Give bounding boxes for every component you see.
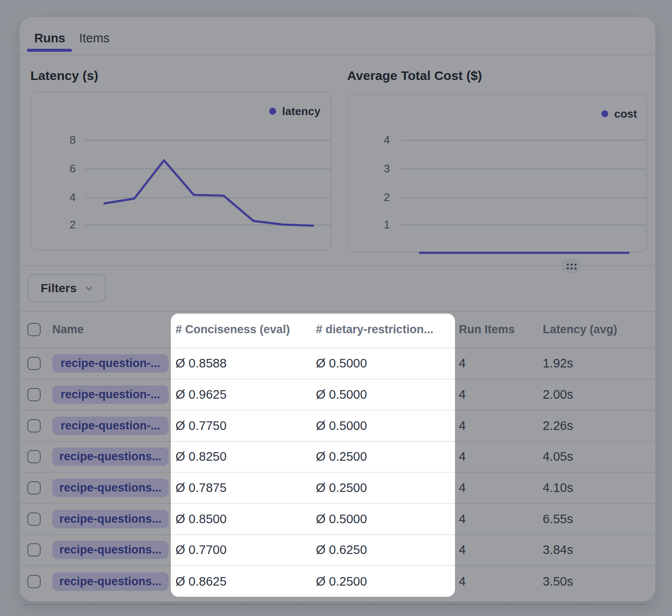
run-items-value: 4 [459,473,466,503]
table-row[interactable]: recipe-question-... Ø 0.9625 Ø 0.5000 4 … [20,379,655,411]
row-checkbox[interactable] [27,575,41,588]
select-all-checkbox[interactable] [27,323,41,336]
latency-value: 6.55s [543,504,573,534]
charts-divider [20,265,655,266]
dietary-value: Ø 0.2500 [316,566,367,597]
latency-chart: 8 6 4 2 latency [30,92,331,251]
page-background: { "tabs": [ { "label": "Runs", "active":… [0,0,672,616]
row-checkbox[interactable] [27,512,41,526]
run-name-badge[interactable]: recipe-question-... [52,417,169,435]
legend-label: latency [282,105,321,118]
latency-value: 4.10s [543,473,573,503]
run-items-value: 4 [459,348,466,379]
runs-panel-card: Runs Items Latency (s) Average Total Cos… [20,17,655,601]
conciseness-value: Ø 0.7875 [175,473,226,503]
filters-label: Filters [41,281,77,295]
column-header-latency-avg[interactable]: Latency (avg) [543,312,617,347]
row-checkbox[interactable] [27,388,41,401]
legend-label: cost [614,107,637,121]
column-header-run-items[interactable]: Run Items [459,312,515,347]
table-row[interactable]: recipe-questions... Ø 0.7875 Ø 0.2500 4 … [20,473,655,504]
latency-chart-title: Latency (s) [30,68,98,84]
row-checkbox[interactable] [27,543,41,557]
dietary-value: Ø 0.5000 [316,348,367,379]
table-row[interactable]: recipe-question-... Ø 0.8588 Ø 0.5000 4 … [20,348,655,379]
table-row[interactable]: recipe-question-... Ø 0.7750 Ø 0.5000 4 … [20,411,655,442]
drag-handle-dots-icon [567,264,569,266]
dietary-value: Ø 0.2500 [316,441,367,472]
drag-handle[interactable] [562,259,580,272]
conciseness-value: Ø 0.8500 [175,504,226,534]
latency-value: 1.92s [543,348,573,379]
dietary-value: Ø 0.5000 [316,411,367,441]
latency-legend: latency [269,104,321,118]
tabs-divider [20,54,655,55]
table-row[interactable]: recipe-questions... Ø 0.8625 Ø 0.2500 4 … [20,566,655,597]
column-header-conciseness[interactable]: # Conciseness (eval) [175,312,290,347]
conciseness-value: Ø 0.8625 [175,566,226,597]
resize-hint-dotted-line [24,604,649,605]
run-items-value: 4 [459,504,466,534]
run-name-badge[interactable]: recipe-questions... [52,479,169,497]
conciseness-value: Ø 0.8250 [175,441,226,472]
filters-button[interactable]: Filters [27,274,106,302]
tab-items[interactable]: Items [79,31,110,45]
column-header-name[interactable]: Name [52,312,84,347]
conciseness-value: Ø 0.9625 [175,379,226,410]
run-items-value: 4 [459,379,466,410]
active-tab-underline [27,49,72,52]
latency-value: 4.05s [543,441,573,472]
latency-value: 3.50s [543,566,573,597]
cost-legend: cost [601,107,637,121]
legend-dot-icon [269,108,276,115]
latency-value: 3.84s [543,535,573,565]
latency-value: 2.26s [543,411,573,441]
row-checkbox[interactable] [27,357,41,370]
column-header-dietary-restriction[interactable]: # dietary-restriction... [316,312,434,347]
run-items-value: 4 [459,411,466,441]
tab-runs[interactable]: Runs [34,31,65,45]
table-row[interactable]: recipe-questions... Ø 0.7700 Ø 0.6250 4 … [20,535,655,566]
dietary-value: Ø 0.5000 [316,504,367,534]
run-name-badge[interactable]: recipe-question-... [52,385,169,404]
run-items-value: 4 [459,535,466,565]
latency-line [104,160,313,226]
cost-chart: 4 3 2 1 cost [347,94,647,252]
conciseness-value: Ø 0.7750 [175,411,226,441]
cost-chart-title: Average Total Cost ($) [347,68,482,84]
chevron-down-icon [83,283,95,294]
row-checkbox[interactable] [27,481,41,495]
dietary-value: Ø 0.6250 [316,535,367,565]
run-items-value: 4 [459,566,466,597]
table-header-row: Name # Conciseness (eval) # dietary-rest… [20,311,655,348]
run-name-badge[interactable]: recipe-questions... [52,572,169,591]
dietary-value: Ø 0.5000 [316,379,367,410]
latency-value: 2.00s [543,379,573,410]
row-checkbox[interactable] [27,450,41,463]
run-items-value: 4 [459,441,466,472]
conciseness-value: Ø 0.7700 [175,535,226,565]
row-checkbox[interactable] [27,419,41,432]
run-name-badge[interactable]: recipe-questions... [52,541,169,559]
table-row[interactable]: recipe-questions... Ø 0.8500 Ø 0.5000 4 … [20,504,655,535]
run-name-badge[interactable]: recipe-questions... [52,447,169,466]
table-row[interactable]: recipe-questions... Ø 0.8250 Ø 0.2500 4 … [20,441,655,473]
legend-dot-icon [601,110,608,117]
dietary-value: Ø 0.2500 [316,473,367,503]
run-name-badge[interactable]: recipe-question-... [52,354,169,373]
run-name-badge[interactable]: recipe-questions... [52,510,169,528]
conciseness-value: Ø 0.8588 [175,348,226,379]
